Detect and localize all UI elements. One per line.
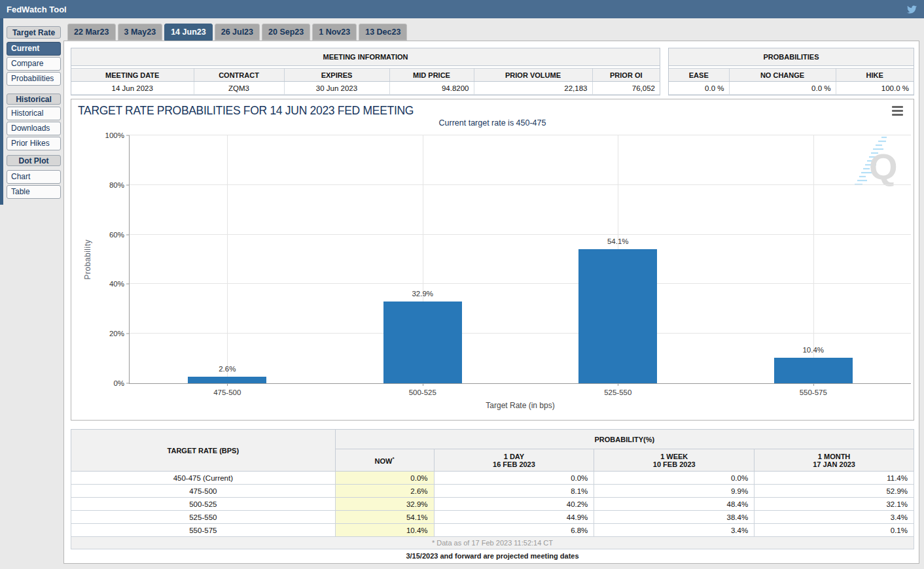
gridline-horizontal [130, 234, 911, 235]
one-day-value: 8.1% [434, 485, 594, 498]
x-tick-mark [618, 383, 618, 386]
sidebar-header-target-rate: Target Rate [7, 26, 61, 39]
tab-14jun23[interactable]: 14 Jun23 [164, 24, 213, 41]
one-week-value: 0.0% [594, 472, 755, 485]
target-rate-chart-panel: TARGET RATE PROBABILITIES FOR 14 JUN 202… [71, 99, 914, 421]
chart-subtitle: Current target rate is 450-475 [71, 118, 914, 128]
prior-volume-value: 22,183 [474, 82, 592, 95]
tab-20sep23[interactable]: 20 Sep23 [262, 24, 310, 41]
tab-26jul23[interactable]: 26 Jul23 [215, 24, 260, 41]
meeting-information-row: 14 Jun 2023 ZQM3 30 Jun 2023 94.8200 22,… [71, 82, 660, 95]
meeting-date-value: 14 Jun 2023 [71, 82, 194, 95]
sidebar-item-prior-hikes[interactable]: Prior Hikes [7, 137, 61, 150]
meeting-information-box: MEETING INFORMATION MEETING DATE CONTRAC… [71, 48, 660, 95]
mid-price-value: 94.8200 [389, 82, 474, 95]
target-rate-bps-header: TARGET RATE (BPS) [71, 430, 336, 472]
fedwatch-tool-page: FedWatch Tool Target Rate Current Compar… [0, 0, 924, 569]
x-tick-label: 550-575 [774, 388, 853, 396]
now-asterisk: * [392, 456, 394, 462]
contract-value: ZQM3 [194, 82, 284, 95]
one-month-header: 1 MONTH17 JAN 2023 [755, 449, 914, 472]
data-as-of-footnote: * Data as of 17 Feb 2023 11:52:14 CT [71, 537, 914, 549]
probability-bar[interactable] [188, 377, 266, 383]
ease-value: 0.0 % [669, 82, 729, 95]
gridline-horizontal [130, 184, 911, 185]
table-row: 450-475 (Current) 0.0% 0.0% 0.0% 11.4% [71, 472, 914, 485]
x-tick-mark [423, 383, 423, 386]
x-tick-label: 500-525 [383, 388, 462, 396]
now-value: 0.0% [335, 472, 434, 485]
meeting-date-tabs: 22 Mar23 3 May23 14 Jun23 26 Jul23 20 Se… [67, 24, 407, 41]
y-tick-mark [126, 135, 130, 136]
one-week-value: 48.4% [594, 498, 755, 511]
target-rate-label: 500-525 [71, 498, 336, 511]
table-row: 550-575 10.4% 6.8% 3.4% 0.1% [71, 524, 914, 537]
sidebar-item-table[interactable]: Table [7, 185, 61, 199]
x-tick-mark [227, 383, 228, 386]
col-mid-price: MID PRICE [389, 69, 474, 82]
probability-bar[interactable] [578, 249, 657, 383]
one-day-header: 1 DAY16 FEB 2023 [434, 449, 594, 472]
sidebar-item-historical[interactable]: Historical [7, 107, 61, 120]
table-row: 500-525 32.9% 40.2% 48.4% 32.1% [71, 498, 914, 511]
col-expires: EXPIRES [284, 69, 389, 82]
projected-dates-note: 3/15/2023 and forward are projected meet… [71, 552, 914, 560]
one-day-value: 6.8% [434, 524, 594, 537]
col-ease: EASE [669, 69, 729, 82]
expires-value: 30 Jun 2023 [284, 82, 389, 95]
now-value: 2.6% [335, 485, 434, 498]
now-value: 32.9% [335, 498, 434, 511]
col-no-change: NO CHANGE [729, 69, 836, 82]
tab-1nov23[interactable]: 1 Nov23 [312, 24, 357, 41]
probability-bar[interactable] [383, 302, 462, 383]
col-prior-volume: PRIOR VOLUME [474, 69, 592, 82]
y-tick-mark [126, 383, 130, 384]
sidebar-item-probabilities[interactable]: Probabilities [7, 72, 61, 86]
sidebar-item-downloads[interactable]: Downloads [7, 122, 61, 135]
gridline-horizontal [130, 283, 911, 284]
one-month-value: 3.4% [755, 511, 914, 524]
probability-bar[interactable] [774, 358, 853, 383]
gridline-horizontal [130, 135, 911, 135]
one-month-value: 11.4% [755, 472, 914, 485]
y-tick-mark [126, 284, 130, 284]
y-tick-mark [126, 334, 130, 334]
sidebar-header-historical: Historical [7, 94, 61, 105]
target-rate-label: 475-500 [71, 485, 336, 498]
one-month-value: 32.1% [755, 498, 914, 511]
one-week-header: 1 WEEK10 FEB 2023 [594, 449, 755, 472]
sidebar-header-dot-plot: Dot Plot [7, 155, 61, 166]
x-axis-title: Target Rate (in bps) [130, 401, 911, 410]
app-header-bar: FedWatch Tool [0, 0, 924, 18]
y-tick-label: 80% [109, 181, 124, 189]
col-meeting-date: MEETING DATE [71, 69, 194, 82]
sidebar-item-current[interactable]: Current [7, 42, 61, 56]
tab-13dec23[interactable]: 13 Dec23 [359, 24, 407, 41]
twitter-icon[interactable] [906, 5, 917, 14]
one-day-value: 0.0% [434, 472, 594, 485]
chart-title: TARGET RATE PROBABILITIES FOR 14 JUN 202… [78, 104, 414, 118]
y-tick-label: 0% [113, 379, 124, 387]
table-row: 475-500 2.6% 8.1% 9.9% 52.9% [71, 485, 914, 498]
sidebar-item-chart[interactable]: Chart [7, 170, 61, 184]
probabilities-summary-title: PROBABILITIES [669, 48, 914, 66]
bar-value-label: 10.4% [774, 346, 853, 354]
tab-3may23[interactable]: 3 May23 [118, 24, 163, 41]
meeting-information-table: MEETING DATE CONTRACT EXPIRES MID PRICE … [71, 68, 660, 95]
col-hike: HIKE [836, 69, 914, 82]
sidebar-accent-strip [0, 18, 3, 205]
one-week-value: 3.4% [594, 524, 755, 537]
y-tick-mark [126, 234, 130, 235]
now-value: 10.4% [335, 524, 434, 537]
probabilities-summary-row: 0.0 % 0.0 % 100.0 % [669, 82, 914, 95]
sidebar-item-compare[interactable]: Compare [7, 57, 61, 71]
bar-value-label: 54.1% [578, 237, 657, 245]
col-contract: CONTRACT [194, 69, 284, 82]
bar-value-label: 32.9% [383, 290, 462, 298]
y-tick-mark [126, 184, 130, 185]
tab-22mar23[interactable]: 22 Mar23 [67, 24, 116, 41]
chart-menu-icon[interactable] [892, 106, 903, 118]
x-tick-label: 525-550 [578, 388, 657, 396]
table-row: 525-550 54.1% 44.9% 38.4% 3.4% [71, 511, 914, 524]
x-tick-mark [813, 383, 814, 386]
